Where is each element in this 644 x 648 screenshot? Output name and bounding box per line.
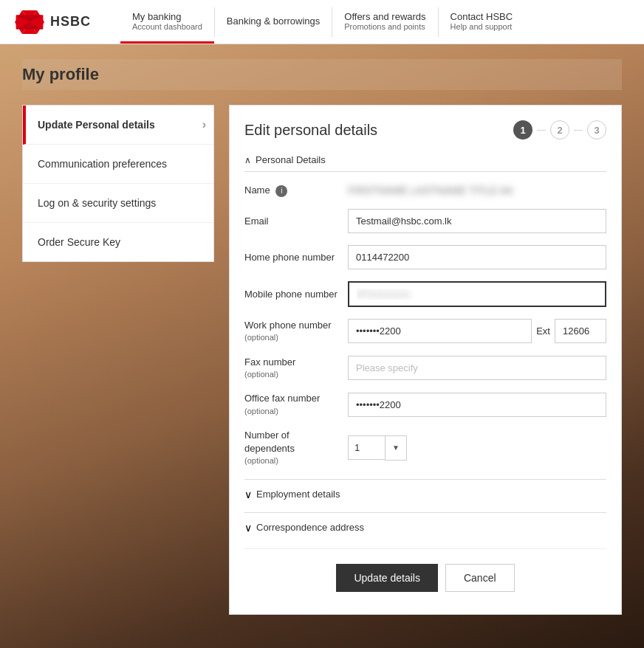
step-dash-1: — bbox=[537, 125, 546, 135]
nav-bar: My banking Account dashboard Banking & b… bbox=[120, 0, 524, 44]
nav-sub-offers: Promotions and points bbox=[344, 22, 425, 31]
sidebar-label-communication: Communication preferences bbox=[38, 158, 167, 170]
panel-title: Edit personal details bbox=[244, 122, 377, 139]
panel-header: Edit personal details 1 — 2 — 3 bbox=[244, 120, 606, 139]
step-2: 2 bbox=[550, 120, 569, 139]
section-toggle-personal[interactable]: ∧ bbox=[244, 155, 251, 165]
employment-toggle-icon: ∨ bbox=[244, 489, 252, 500]
name-field: FIRSTNAME LASTNAME TITLE AA bbox=[348, 185, 606, 196]
dependents-input[interactable] bbox=[348, 435, 385, 460]
sidebar-item-securekey[interactable]: Order Secure Key bbox=[23, 223, 213, 261]
dependents-optional: (optional) bbox=[244, 455, 340, 466]
email-field-container bbox=[348, 209, 606, 233]
mobile-phone-row: Mobile phone number bbox=[244, 281, 606, 307]
email-label: Email bbox=[244, 215, 340, 228]
logo-text: HSBC bbox=[50, 14, 91, 30]
nav-label-contact: Contact HSBC bbox=[451, 11, 513, 22]
nav-item-offers[interactable]: Offers and rewards Promotions and points bbox=[332, 0, 437, 44]
sidebar-item-logon[interactable]: Log on & security settings bbox=[23, 184, 213, 223]
name-info-icon[interactable]: i bbox=[275, 185, 287, 197]
correspondence-section: ∨ Correspondence address bbox=[244, 512, 606, 534]
email-input[interactable] bbox=[348, 209, 606, 233]
work-phone-row: Work phone number (optional) Ext bbox=[244, 319, 606, 344]
home-phone-label: Home phone number bbox=[244, 251, 340, 264]
sidebar: Update Personal details › Communication … bbox=[22, 105, 214, 262]
mobile-phone-input[interactable] bbox=[348, 281, 606, 307]
main-layout: Update Personal details › Communication … bbox=[22, 105, 622, 615]
step-1: 1 bbox=[513, 120, 532, 139]
home-phone-field-container bbox=[348, 245, 606, 269]
correspondence-header[interactable]: ∨ Correspondence address bbox=[244, 522, 606, 534]
dependents-row: Number of dependents (optional) ▼ bbox=[244, 429, 606, 467]
nav-sub-contact: Help and support bbox=[451, 22, 513, 31]
ext-label: Ext bbox=[536, 325, 550, 337]
name-row: Name i FIRSTNAME LASTNAME TITLE AA bbox=[244, 184, 606, 197]
office-fax-field-container bbox=[348, 393, 606, 417]
name-label: Name i bbox=[244, 184, 340, 197]
header: HSBC My banking Account dashboard Bankin… bbox=[0, 0, 644, 44]
fax-field-container bbox=[348, 356, 606, 380]
ext-input[interactable] bbox=[555, 319, 606, 343]
nav-label-offers: Offers and rewards bbox=[344, 11, 425, 22]
section-title-personal: Personal Details bbox=[256, 154, 326, 165]
sidebar-label-securekey: Order Secure Key bbox=[38, 236, 120, 248]
sidebar-item-update-personal[interactable]: Update Personal details › bbox=[23, 106, 213, 145]
nav-item-mybanking[interactable]: My banking Account dashboard bbox=[120, 0, 214, 44]
fax-input[interactable] bbox=[348, 356, 606, 380]
mobile-phone-field-container bbox=[348, 281, 606, 307]
work-phone-input[interactable] bbox=[348, 319, 532, 343]
home-phone-input[interactable] bbox=[348, 245, 606, 269]
fax-optional: (optional) bbox=[244, 369, 340, 380]
sidebar-arrow-icon: › bbox=[202, 118, 206, 131]
logo[interactable]: HSBC bbox=[15, 10, 91, 34]
home-phone-row: Home phone number bbox=[244, 245, 606, 269]
office-fax-label: Office fax number (optional) bbox=[244, 392, 340, 417]
step-indicators: 1 — 2 — 3 bbox=[513, 120, 606, 139]
nav-item-banking[interactable]: Banking & borrowings bbox=[215, 0, 332, 44]
footer-buttons: Update details Cancel bbox=[244, 548, 606, 599]
main-panel: Edit personal details 1 — 2 — 3 bbox=[229, 105, 622, 615]
nav-item-contact[interactable]: Contact HSBC Help and support bbox=[439, 0, 525, 44]
nav-label-banking: Banking & borrowings bbox=[227, 15, 320, 27]
fax-label: Fax number (optional) bbox=[244, 356, 340, 381]
page-content: My profile Update Personal details › Com… bbox=[0, 44, 644, 630]
work-phone-optional: (optional) bbox=[244, 332, 340, 343]
correspondence-toggle-icon: ∨ bbox=[244, 522, 252, 534]
work-phone-group: Ext bbox=[348, 319, 606, 343]
office-fax-input[interactable] bbox=[348, 393, 606, 417]
sidebar-label-update-personal: Update Personal details bbox=[38, 119, 155, 131]
step-3: 3 bbox=[587, 120, 606, 139]
update-details-button[interactable]: Update details bbox=[336, 564, 438, 592]
nav-label-mybanking: My banking bbox=[132, 11, 202, 22]
personal-details-section-header: ∧ Personal Details bbox=[244, 154, 606, 172]
dependents-group: ▼ bbox=[348, 435, 606, 461]
employment-section: ∨ Employment details bbox=[244, 479, 606, 500]
work-phone-label: Work phone number (optional) bbox=[244, 319, 340, 344]
sidebar-item-communication[interactable]: Communication preferences bbox=[23, 145, 213, 184]
hsbc-logo-icon bbox=[15, 10, 44, 34]
office-fax-optional: (optional) bbox=[244, 406, 340, 417]
employment-header[interactable]: ∨ Employment details bbox=[244, 489, 606, 500]
employment-label: Employment details bbox=[256, 489, 340, 500]
dependents-dropdown-btn[interactable]: ▼ bbox=[385, 435, 407, 461]
nav-sub-mybanking: Account dashboard bbox=[132, 22, 202, 31]
sidebar-label-logon: Log on & security settings bbox=[38, 197, 156, 209]
office-fax-row: Office fax number (optional) bbox=[244, 392, 606, 417]
name-value: FIRSTNAME LASTNAME TITLE AA bbox=[348, 185, 513, 196]
mobile-phone-label: Mobile phone number bbox=[244, 288, 340, 301]
page-title: My profile bbox=[22, 59, 622, 90]
email-row: Email bbox=[244, 209, 606, 233]
correspondence-label: Correspondence address bbox=[256, 522, 364, 533]
cancel-button[interactable]: Cancel bbox=[445, 564, 515, 592]
dependents-label: Number of dependents (optional) bbox=[244, 429, 340, 467]
step-dash-2: — bbox=[574, 125, 583, 135]
fax-row: Fax number (optional) bbox=[244, 356, 606, 381]
